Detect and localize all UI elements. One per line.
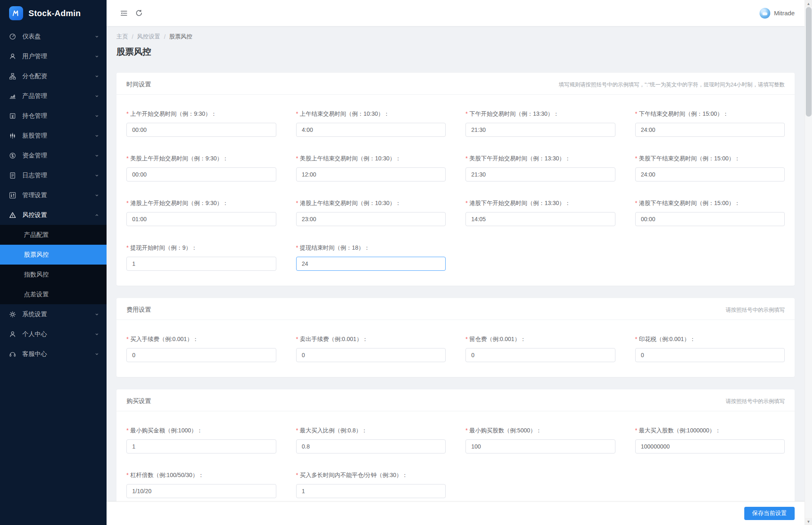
- warning-triangle-icon: [9, 212, 16, 219]
- page-title: 股票风控: [116, 46, 795, 57]
- sidebar-subitem-index-risk[interactable]: 指数风控: [0, 265, 107, 284]
- form-field: *港股上午结束交易时间（例：10:30）：: [296, 200, 446, 226]
- sidebar-item-admin-settings[interactable]: 管理设置: [0, 185, 107, 205]
- users-icon: [9, 53, 16, 60]
- area-chart-icon: [9, 93, 16, 100]
- required-asterisk: *: [126, 200, 128, 206]
- user-menu[interactable]: Mitrade: [760, 8, 795, 19]
- sidebar-item-products[interactable]: 产品管理: [0, 86, 107, 106]
- us-morning-open-input[interactable]: [126, 167, 276, 181]
- required-asterisk: *: [296, 472, 298, 478]
- sidebar-item-label: 新股管理: [22, 132, 95, 140]
- sidebar-item-positions[interactable]: 持仓管理: [0, 106, 107, 126]
- field-label: 美股下午结束交易时间（例：15:00）：: [639, 155, 740, 162]
- field-label: 上午开始交易时间（例：9:30）：: [130, 110, 216, 117]
- us-morning-close-input[interactable]: [296, 167, 446, 181]
- form-field: *买入多长时间内不能平仓/分钟（例:30）：: [296, 472, 446, 498]
- form-field: *美股上午开始交易时间（例：9:30）：: [126, 155, 276, 181]
- min-buy-amount-input[interactable]: [126, 439, 276, 453]
- fee-settings-fields: *买入手续费（例:0.001）： *卖出手续费（例:0.001）： *留仓费（例…: [116, 320, 795, 377]
- chevron-down-icon: [95, 54, 99, 59]
- sidebar-item-system-settings[interactable]: 系统设置: [0, 304, 107, 324]
- breadcrumb: 主页 / 风控设置 / 股票风控: [116, 33, 795, 41]
- field-label: 最小购买金额（例:1000）：: [130, 427, 202, 434]
- morning-open-input[interactable]: [126, 123, 276, 137]
- form-field: *最大买入比例（例:0.8）：: [296, 427, 446, 453]
- hk-afternoon-open-input[interactable]: [465, 212, 615, 226]
- us-afternoon-close-input[interactable]: [635, 167, 785, 181]
- field-label: 港股上午开始交易时间（例：9:30）：: [130, 200, 228, 206]
- min-buy-shares-input[interactable]: [465, 439, 615, 453]
- sidebar-item-risk-settings[interactable]: 风控设置: [0, 205, 107, 225]
- sidebar-item-label: 资金管理: [22, 152, 95, 160]
- brand-title: Stock-Admin: [28, 9, 81, 18]
- hk-morning-open-input[interactable]: [126, 212, 276, 226]
- scrollbar-up-arrow[interactable]: ▲: [805, 0, 812, 7]
- sidebar-item-customer-service[interactable]: 客服中心: [0, 344, 107, 364]
- max-buy-shares-input[interactable]: [635, 439, 785, 453]
- sell-fee-input[interactable]: [296, 348, 446, 362]
- footer-action-bar: 保存当前设置: [107, 501, 805, 525]
- breadcrumb-separator: /: [132, 33, 133, 40]
- overnight-fee-input[interactable]: [465, 348, 615, 362]
- sidebar-item-new-shares[interactable]: 新股管理: [0, 126, 107, 146]
- brand-header[interactable]: Stock-Admin: [0, 0, 107, 26]
- field-label: 提现结束时间（例：18）：: [300, 244, 370, 251]
- max-buy-ratio-input[interactable]: [296, 439, 446, 453]
- form-field: *下午开始交易时间（例：13:30）：: [465, 110, 615, 137]
- form-field: *提现开始时间（例：9）：: [126, 244, 276, 271]
- vertical-scrollbar[interactable]: ▲ ▼: [805, 0, 812, 525]
- required-asterisk: *: [296, 244, 298, 251]
- scrollbar-thumb[interactable]: [806, 7, 812, 117]
- breadcrumb-risk-settings[interactable]: 风控设置: [137, 33, 160, 41]
- sidebar-item-logs[interactable]: 日志管理: [0, 165, 107, 185]
- time-settings-card: 时间设置 填写规则请按照括号中的示例填写，":"统一为英文中的字符，提现时间为2…: [116, 73, 795, 286]
- form-field: *印花税（例:0.001）：: [635, 336, 785, 362]
- sidebar-item-warehouse-allocation[interactable]: 分仓配资: [0, 66, 107, 86]
- sidebar-nav: 仪表盘 用户管理 分仓配资 产品管理 持仓管理: [0, 26, 107, 364]
- sidebar-subitem-product-config[interactable]: 产品配置: [0, 225, 107, 245]
- sidebar-item-funds[interactable]: 资金管理: [0, 146, 107, 165]
- form-field: *下午结束交易时间（例：15:00）：: [635, 110, 785, 137]
- chevron-down-icon: [95, 312, 99, 317]
- required-asterisk: *: [296, 110, 298, 117]
- no-close-minutes-input[interactable]: [296, 484, 446, 498]
- afternoon-close-input[interactable]: [635, 123, 785, 137]
- sidebar-item-profile-center[interactable]: 个人中心: [0, 324, 107, 344]
- hk-morning-close-input[interactable]: [296, 212, 446, 226]
- form-field: *美股下午开始交易时间（例：13:30）：: [465, 155, 615, 181]
- sidebar-item-label: 管理设置: [22, 191, 95, 199]
- stamp-tax-input[interactable]: [635, 348, 785, 362]
- required-asterisk: *: [296, 427, 298, 434]
- afternoon-open-input[interactable]: [465, 123, 615, 137]
- withdraw-end-input[interactable]: [296, 257, 446, 271]
- sidebar-subitem-spread-settings[interactable]: 点差设置: [0, 284, 107, 304]
- us-afternoon-open-input[interactable]: [465, 167, 615, 181]
- field-label: 港股下午结束交易时间（例：15:00）：: [639, 200, 740, 206]
- morning-close-input[interactable]: [296, 123, 446, 137]
- buy-fee-input[interactable]: [126, 348, 276, 362]
- menu-fold-icon: [120, 9, 128, 17]
- sidebar-item-dashboard[interactable]: 仪表盘: [0, 26, 107, 46]
- brand-logo-icon: [9, 6, 23, 20]
- sidebar-subitem-stock-risk[interactable]: 股票风控: [0, 245, 107, 265]
- sidebar-subitem-label: 产品配置: [24, 231, 49, 239]
- form-field: *留仓费（例:0.001）：: [465, 336, 615, 362]
- breadcrumb-home[interactable]: 主页: [116, 33, 128, 41]
- dashboard-icon: [9, 33, 16, 40]
- chevron-up-icon: [95, 213, 99, 217]
- main-area: Mitrade 主页 / 风控设置 / 股票风控 股票风控 时间设置 填写规则请…: [107, 0, 805, 525]
- withdraw-start-input[interactable]: [126, 257, 276, 271]
- leverage-input[interactable]: [126, 484, 276, 498]
- save-button[interactable]: 保存当前设置: [744, 507, 795, 520]
- position-box-icon: [9, 112, 16, 119]
- form-field: *杠杆倍数（例:100/50/30）：: [126, 472, 276, 498]
- topbar: Mitrade: [107, 0, 805, 26]
- scrollbar-down-arrow[interactable]: ▼: [805, 518, 812, 525]
- sidebar-item-users[interactable]: 用户管理: [0, 46, 107, 66]
- refresh-button[interactable]: [131, 6, 146, 21]
- sidebar-item-label: 客服中心: [22, 350, 95, 358]
- collapse-sidebar-button[interactable]: [116, 6, 131, 21]
- hk-afternoon-close-input[interactable]: [635, 212, 785, 226]
- chevron-down-icon: [95, 352, 99, 356]
